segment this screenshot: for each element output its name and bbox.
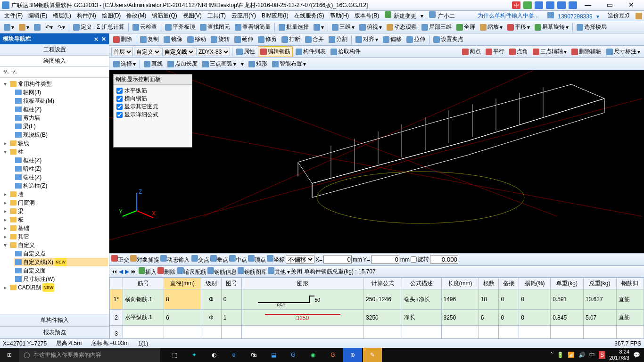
chk-horiz[interactable]: 水平纵筋 (116, 87, 189, 95)
tab-draw-input[interactable]: 绘图输入 (0, 56, 109, 67)
windows-taskbar[interactable]: ⊞ ◯ 在这里输入你要搜索的内容 ⬚ ✦ ◐ e 🛍 ⬓ G ◉ G ⊕ ✎ ˄… (0, 348, 644, 362)
pin-icon[interactable]: ⤫ (94, 36, 99, 42)
align-slab-button[interactable]: 平齐板顶 (163, 22, 197, 32)
new-change-button[interactable]: 新建变更 (391, 12, 419, 20)
dynamic-view-button[interactable]: 动态观察 (385, 22, 419, 32)
col-cat[interactable]: 钢筋归 (616, 278, 644, 289)
next-icon[interactable]: ▶ (125, 268, 129, 275)
ptlen-tool[interactable]: 点加长度 (165, 59, 199, 69)
code-select[interactable]: ZDYX-83 (196, 48, 230, 56)
col-tw[interactable]: 总重(kg) (583, 278, 616, 289)
scale-button[interactable]: 缩尺配筋 (177, 267, 206, 276)
lib-button[interactable]: 钢筋图库 (238, 267, 267, 276)
start-button[interactable]: ⊞ (0, 348, 19, 362)
col-grade[interactable]: 级别 (201, 278, 222, 289)
rect-tool[interactable]: 矩形 (247, 59, 269, 69)
category-select[interactable]: 自定义 (134, 48, 161, 56)
pan-button[interactable]: 平移 ▾ (505, 22, 532, 32)
app-icon[interactable]: ⬓ (264, 348, 283, 362)
app-icon[interactable]: ✦ (185, 348, 204, 362)
list-button[interactable]: 构件列表 (294, 47, 328, 57)
arc-tool[interactable]: 三点画弧 ▾ (200, 59, 238, 69)
minimize-button[interactable]: ― (577, 0, 599, 10)
menu-rebar[interactable]: 钢筋量(Q) (149, 11, 179, 21)
col-formula[interactable]: 计算公式 (364, 278, 402, 289)
battery-icon[interactable]: 🔋 (557, 352, 564, 358)
ortho-toggle[interactable]: 正交 (111, 255, 129, 264)
sogou-icon[interactable]: S (599, 351, 605, 359)
trim-button[interactable]: 修剪 (256, 34, 279, 44)
edge-icon[interactable]: e (224, 348, 243, 362)
new-button[interactable]: ▾ (2, 23, 16, 32)
perp-snap[interactable]: 垂点 (210, 255, 228, 264)
chk-formula[interactable]: 显示详细公式 (116, 111, 189, 119)
undo-button[interactable]: ↶▾ (43, 23, 55, 32)
redo-button[interactable]: ↷▾ (56, 23, 67, 32)
col-loss[interactable]: 损耗(%) (519, 278, 551, 289)
col-shape[interactable]: 图形 (241, 278, 363, 289)
last-icon[interactable]: ⏭ (131, 268, 137, 275)
expand-icon[interactable]: ⁺⁄₋ (3, 69, 9, 75)
chk-other[interactable]: 显示其它图元 (116, 103, 189, 111)
sum-button[interactable]: Σ 汇总计算 (95, 22, 126, 32)
phone-label[interactable]: 13907298339 (555, 12, 594, 21)
menu-help[interactable]: 帮助(H) (328, 11, 352, 21)
ime-indicator[interactable]: 中 (512, 1, 577, 9)
collapse-icon[interactable]: ⁻⁄₋ (11, 69, 17, 75)
snap-toggle[interactable]: 对象捕捉 (130, 255, 159, 264)
view-rebar-button[interactable]: 查看钢筋量 (233, 22, 272, 32)
setpt-button[interactable]: 设置夹点 (431, 34, 465, 44)
menu-element[interactable]: 构件(N) (74, 11, 99, 21)
menu-view[interactable]: 视图(V) (181, 11, 204, 21)
app-icon[interactable]: G (284, 348, 303, 362)
rotate-button[interactable]: 旋转 (209, 34, 231, 44)
save-button[interactable] (32, 23, 42, 32)
first-icon[interactable]: ⏮ (111, 268, 117, 275)
cloud-check-button[interactable]: 云检查 (131, 22, 159, 32)
table-row[interactable]: 3 (110, 326, 644, 339)
app-icon[interactable]: G (323, 348, 342, 362)
tab-single-input[interactable]: 单构件输入 (0, 314, 109, 326)
col-name[interactable]: 筋号 (123, 278, 164, 289)
task-view-icon[interactable]: ⬚ (165, 348, 184, 362)
chk-trans[interactable]: 横向钢筋 (116, 95, 189, 103)
menu-tools[interactable]: 工具(T) (205, 11, 228, 21)
taskbar-clock[interactable]: 8:24 2017/8/3 (609, 349, 629, 361)
parallel-button[interactable]: 平行 (484, 47, 506, 57)
delete-button[interactable]: 删除 (111, 34, 134, 44)
edit-rebar-button[interactable]: 编辑钢筋 (258, 46, 293, 57)
app-icon[interactable]: ◉ (304, 348, 322, 362)
attr-button[interactable]: 属性 (234, 47, 257, 57)
table-row[interactable]: 1* 横向钢筋.1 8 Φ 0 85050 250+1246 端头+净长 149… (110, 289, 644, 310)
col-fig[interactable]: 图号 (221, 278, 241, 289)
prev-icon[interactable]: ◀ (119, 268, 123, 275)
y-input[interactable] (371, 255, 399, 264)
other-button[interactable]: 其他 ▾ (268, 267, 290, 276)
pick-button[interactable]: 拾取构件 (329, 47, 363, 57)
stretch-button[interactable]: 拉伸 (405, 34, 427, 44)
3d-viewport[interactable]: 钢筋显示控制面板 水平纵筋 横向钢筋 显示其它图元 显示详细公式 X Y Z (109, 70, 644, 253)
notification-icon[interactable]: 💬 (633, 352, 640, 358)
smart-tool[interactable]: 智能布置 ▾ (270, 59, 308, 69)
insert-row[interactable]: 插入 (139, 267, 157, 276)
dropdown[interactable]: ▾ (312, 23, 326, 32)
zoom-button[interactable]: 缩放 ▾ (478, 22, 504, 32)
delete-row[interactable]: 删除 (157, 267, 175, 276)
menu-floor[interactable]: 楼层(L) (50, 11, 74, 21)
rot-input[interactable] (430, 255, 458, 264)
corner-button[interactable]: 点角 (507, 47, 530, 57)
mirror-button[interactable]: 镜像 (162, 34, 184, 44)
copy-button[interactable]: 复制 (138, 34, 161, 44)
intersect-snap[interactable]: 交点 (191, 255, 209, 264)
element-tree[interactable]: ▾常用构件类型 轴网(J) 筏板基础(M) 框柱(Z) 剪力墙 梁(L) 现浇板… (0, 78, 109, 314)
dim-button[interactable]: 尺寸标注 ▾ (604, 47, 642, 57)
volume-icon[interactable]: 🔊 (578, 352, 586, 358)
ime-icon[interactable]: 中 (589, 351, 595, 359)
app-icon[interactable]: ⊕ (343, 348, 362, 362)
taskbar-search[interactable]: ◯ 在这里输入你要搜索的内容 (19, 348, 160, 362)
menu-draw[interactable]: 绘图(D) (99, 11, 124, 21)
split-button[interactable]: 分割 (327, 34, 349, 44)
store-icon[interactable]: 🛍 (244, 348, 263, 362)
threept-button[interactable]: 三点辅轴 ▾ (531, 47, 569, 57)
app-icon[interactable]: ✎ (363, 348, 382, 362)
